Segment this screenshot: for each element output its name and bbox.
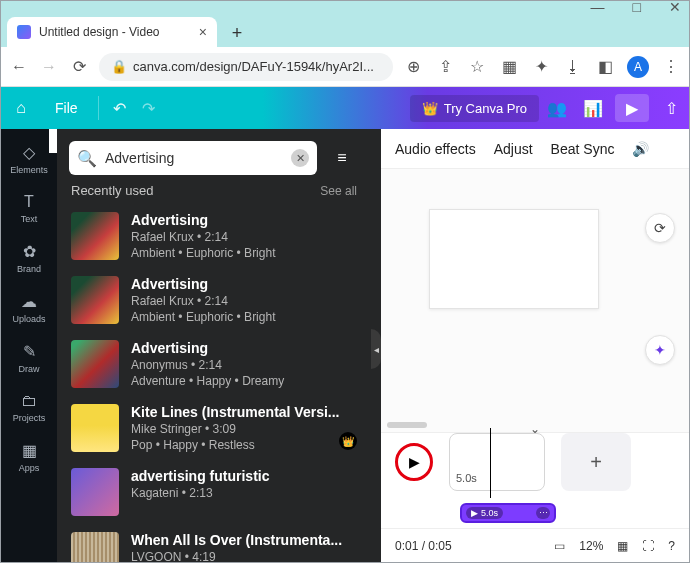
sidenav-uploads[interactable]: ☁Uploads — [1, 284, 57, 332]
track-tags: Adventure • Happy • Dreamy — [131, 374, 357, 388]
clip-menu-icon[interactable]: ⋯ — [536, 507, 550, 519]
track-meta: Rafael Krux • 2:14 — [131, 294, 357, 308]
pages-view-icon[interactable]: ▭ — [554, 539, 565, 553]
audio-track[interactable]: Advertising Anonymus • 2:14 Adventure • … — [57, 332, 371, 396]
back-icon[interactable]: ← — [9, 58, 29, 76]
audio-track[interactable]: When All Is Over (Instrumenta... LVGOON … — [57, 524, 371, 562]
window-titlebar: — □ ✕ — [1, 1, 689, 13]
draw-icon: ✎ — [23, 342, 36, 361]
playhead[interactable] — [490, 428, 491, 498]
track-meta: LVGOON • 4:19 — [131, 550, 357, 562]
audio-clip[interactable]: ▶ 5.0s ⋯ — [460, 503, 556, 523]
collaborators-icon[interactable]: 👥 — [539, 99, 575, 118]
audio-panel: 🔍 ✕ ≡ Recently used See all Advertising … — [57, 129, 371, 562]
audio-track[interactable]: Advertising Rafael Krux • 2:14 Ambient •… — [57, 204, 371, 268]
beat-sync-button[interactable]: Beat Sync — [551, 141, 615, 157]
sidenav-apps[interactable]: ▦Apps — [1, 433, 57, 481]
search-input[interactable] — [105, 150, 283, 166]
track-thumbnail — [71, 532, 119, 562]
file-menu[interactable]: File — [41, 100, 92, 116]
insights-icon[interactable]: 📊 — [575, 99, 611, 118]
zoom-icon[interactable]: ⊕ — [403, 57, 423, 76]
premium-crown-icon: 👑 — [339, 432, 357, 450]
browser-tab[interactable]: Untitled design - Video × — [7, 17, 217, 47]
browser-tabstrip: Untitled design - Video × + — [1, 13, 689, 47]
track-title: Advertising — [131, 212, 357, 228]
see-all-link[interactable]: See all — [320, 184, 357, 198]
timeline-frame[interactable]: 5.0s — [449, 433, 545, 491]
tab-close-icon[interactable]: × — [199, 24, 207, 40]
track-title: Kite Lines (Instrumental Versi... — [131, 404, 357, 420]
sidenav-text[interactable]: TText — [1, 185, 57, 232]
audio-effects-button[interactable]: Audio effects — [395, 141, 476, 157]
filter-button[interactable]: ≡ — [325, 141, 359, 175]
text-icon: T — [24, 193, 34, 211]
audio-track[interactable]: Kite Lines (Instrumental Versi... Mike S… — [57, 396, 371, 460]
redo-icon[interactable]: ↷ — [134, 99, 163, 118]
share-icon[interactable]: ⇪ — [435, 57, 455, 76]
audio-track[interactable]: advertising futuristic Kagateni • 2:13 — [57, 460, 371, 524]
track-thumbnail — [71, 212, 119, 260]
clear-search-icon[interactable]: ✕ — [291, 149, 309, 167]
canvas-toolbar: Audio effects Adjust Beat Sync 🔊 — [381, 129, 689, 169]
timeline-time: 0:01 / 0:05 — [395, 539, 452, 553]
reset-icon[interactable]: ⟳ — [645, 213, 675, 243]
profile-avatar[interactable]: A — [627, 56, 649, 78]
help-icon[interactable]: ? — [668, 539, 675, 553]
magic-icon[interactable]: ✦ — [645, 335, 675, 365]
url-text: canva.com/design/DAFuY-1594k/hyAr2I... — [133, 59, 374, 74]
sidenav-projects[interactable]: 🗀Projects — [1, 384, 57, 431]
home-icon[interactable]: ⌂ — [1, 99, 41, 117]
shapes-icon: ◇ — [23, 143, 35, 162]
new-tab-button[interactable]: + — [223, 19, 251, 47]
forward-icon[interactable]: → — [39, 58, 59, 76]
volume-icon[interactable]: 🔊 — [632, 141, 649, 157]
grid-view-icon[interactable]: ▦ — [617, 539, 628, 553]
sidenav-scroll-indicator — [49, 129, 57, 153]
upload-icon: ☁ — [21, 292, 37, 311]
star-icon[interactable]: ☆ — [467, 57, 487, 76]
apps-icon: ▦ — [22, 441, 37, 460]
reload-icon[interactable]: ⟳ — [69, 57, 89, 76]
add-frame-button[interactable]: + — [561, 433, 631, 491]
track-thumbnail — [71, 404, 119, 452]
track-title: advertising futuristic — [131, 468, 357, 484]
present-button[interactable]: ▶ — [615, 94, 649, 122]
adjust-button[interactable]: Adjust — [494, 141, 533, 157]
timeline-play-button[interactable]: ▶ — [395, 443, 433, 481]
track-thumbnail — [71, 468, 119, 516]
share-button-icon[interactable]: ⇧ — [653, 99, 689, 118]
undo-icon[interactable]: ↶ — [105, 99, 134, 118]
extensions-icon[interactable]: ✦ — [531, 57, 551, 76]
track-thumbnail — [71, 340, 119, 388]
search-icon: 🔍 — [77, 149, 97, 168]
browser-addressbar: ← → ⟳ 🔒 canva.com/design/DAFuY-1594k/hyA… — [1, 47, 689, 87]
track-tags: Ambient • Euphoric • Bright — [131, 246, 357, 260]
collapse-panel-icon[interactable]: ◂ — [371, 329, 381, 369]
audio-track[interactable]: Advertising Rafael Krux • 2:14 Ambient •… — [57, 268, 371, 332]
track-title: Advertising — [131, 340, 357, 356]
address-url[interactable]: 🔒 canva.com/design/DAFuY-1594k/hyAr2I... — [99, 53, 393, 81]
clip-duration-pill: ▶ 5.0s — [466, 507, 503, 519]
try-pro-button[interactable]: 👑 Try Canva Pro — [410, 95, 539, 122]
track-meta: Anonymus • 2:14 — [131, 358, 357, 372]
sidenav-brand[interactable]: ✿Brand — [1, 234, 57, 282]
zoom-level[interactable]: 12% — [579, 539, 603, 553]
stage[interactable]: ⟳ ✦ ⌄ — [381, 169, 689, 432]
favicon-icon — [17, 25, 31, 39]
fullscreen-icon[interactable]: ⛶ — [642, 539, 654, 553]
sidenav-draw[interactable]: ✎Draw — [1, 334, 57, 382]
canvas-area: Audio effects Adjust Beat Sync 🔊 ⟳ ✦ ⌄ ▶ — [381, 129, 689, 562]
audio-list: Advertising Rafael Krux • 2:14 Ambient •… — [57, 204, 371, 562]
search-box[interactable]: 🔍 ✕ — [69, 141, 317, 175]
track-meta: Rafael Krux • 2:14 — [131, 230, 357, 244]
side-nav: ◇Elements TText ✿Brand ☁Uploads ✎Draw 🗀P… — [1, 129, 57, 562]
folder-icon: 🗀 — [21, 392, 37, 410]
menu-icon[interactable]: ⋮ — [661, 57, 681, 76]
sidepanel-icon[interactable]: ◧ — [595, 57, 615, 76]
track-meta: Kagateni • 2:13 — [131, 486, 357, 500]
panel-drag-handle[interactable]: ◂ — [371, 129, 381, 562]
download-icon[interactable]: ⭳ — [563, 58, 583, 76]
gallery-icon[interactable]: ▦ — [499, 57, 519, 76]
video-frame-preview[interactable] — [429, 209, 599, 309]
